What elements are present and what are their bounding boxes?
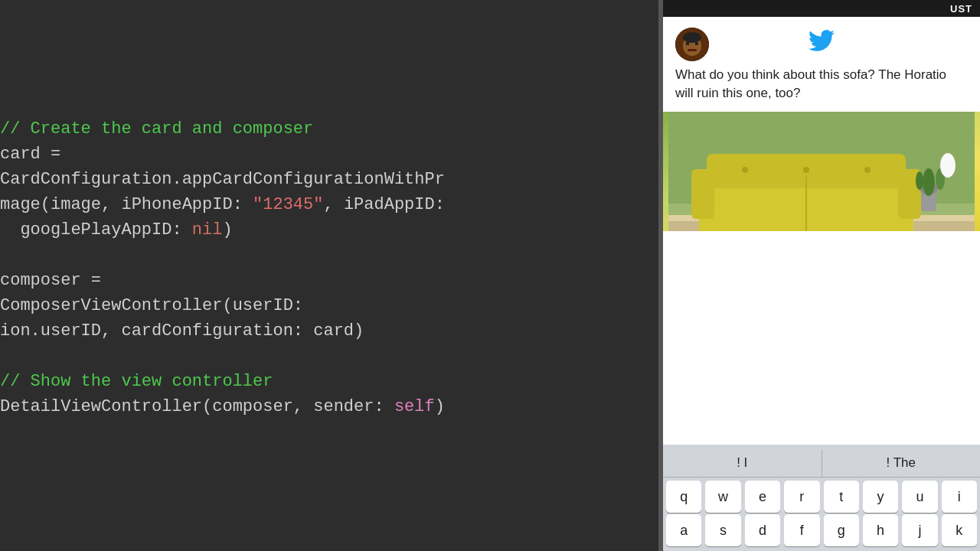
tweet-content: What do you think about this sofa? The H… [675,67,946,100]
keyboard-suggestions: ! I ! The [663,449,980,478]
svg-point-17 [864,167,871,173]
code-line [0,66,651,91]
key-u[interactable]: u [902,481,937,513]
svg-rect-2 [686,42,689,45]
suggestion-2[interactable]: ! The [822,449,981,477]
code-line: googlePlayAppID: nil) [0,217,651,243]
svg-point-24 [923,168,935,196]
code-line [0,91,651,116]
code-line: mage(image, iPhoneAppID: "12345", iPadAp… [0,192,651,217]
svg-point-5 [683,32,701,43]
key-t[interactable]: t [824,481,859,513]
key-i[interactable]: i [942,481,977,513]
svg-point-15 [742,167,748,173]
code-line [0,344,651,369]
avatar [675,28,709,61]
key-g[interactable]: g [824,514,859,546]
key-f[interactable]: f [784,514,819,546]
code-line: composer = [0,268,651,293]
svg-point-27 [940,153,956,178]
keyboard-row-2: a s d f g h j k [666,514,977,546]
keyboard-row-1: q w e r t y u i [666,481,977,513]
key-r[interactable]: r [784,481,819,513]
status-bar-text: UST [950,3,972,15]
code-line-comment: // Create the card and composer [0,116,651,142]
key-a[interactable]: a [666,514,701,546]
svg-point-26 [916,171,923,190]
code-line [0,15,651,41]
key-y[interactable]: y [863,481,898,513]
svg-rect-13 [691,169,714,219]
suggestion-1[interactable]: ! I [663,449,822,477]
svg-rect-3 [695,42,698,45]
spacer [663,231,980,445]
code-editor: // Create the card and composer card = C… [0,0,658,551]
status-bar: UST [663,0,980,17]
code-line: CardConfiguration.appCardConfigurationWi… [0,167,651,192]
key-q[interactable]: q [666,481,701,513]
avatar-image [675,28,709,61]
code-line: ion.userID, cardConfiguration: card) [0,318,651,344]
code-line: card = [0,142,651,167]
tweet-card: What do you think about this sofa? The H… [663,17,980,231]
key-d[interactable]: d [745,514,780,546]
key-j[interactable]: j [902,514,937,546]
key-s[interactable]: s [705,514,740,546]
svg-rect-4 [688,49,697,51]
tweet-image [663,112,980,231]
key-k[interactable]: k [942,514,977,546]
code-line-comment: // Show the view controller [0,369,651,394]
phone-panel: UST [663,0,980,551]
svg-point-16 [803,167,809,173]
code-line [0,41,651,66]
code-line [0,243,651,268]
key-w[interactable]: w [705,481,740,513]
code-line: DetailViewController(composer, sender: s… [0,394,651,419]
key-h[interactable]: h [863,514,898,546]
tweet-header [663,17,980,66]
keyboard[interactable]: ! I ! The q w e r t y u i a s d f g h j … [663,445,980,551]
key-e[interactable]: e [745,481,780,513]
tweet-text: What do you think about this sofa? The H… [663,66,980,112]
code-line: ComposerViewController(userID: [0,293,651,318]
twitter-bird-icon [808,28,835,60]
